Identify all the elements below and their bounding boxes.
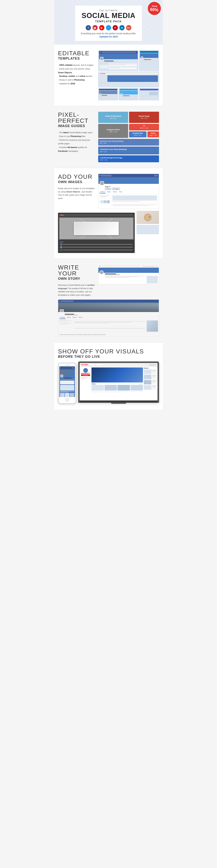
- write-left-col: WRITE YOUR OWN STORY Planning a Social M…: [58, 265, 96, 299]
- yt-related-item: [144, 385, 157, 390]
- guides-title-light: PIXEL-PERFECT: [58, 112, 96, 124]
- devices-display: f Pogo: [58, 362, 159, 404]
- hero-updated: Updated for 2018: [81, 35, 136, 38]
- li-template-screen: [139, 50, 159, 71]
- ps-dot-red: [60, 215, 61, 216]
- write-title-bold: OWN STORY: [58, 277, 96, 281]
- hero-description: Everything you need for the perfect soci…: [81, 32, 136, 35]
- yt-right-sidebar: Related: [144, 368, 157, 393]
- ps-canvas: [59, 217, 134, 240]
- food-image-preview: [137, 211, 159, 224]
- editable-right-col: f: [98, 50, 159, 100]
- yt-related-item: [144, 375, 157, 379]
- guide-fb-cover-desktop: Facebook Cover Photo (Desktop) 851 × 315: [98, 139, 159, 146]
- yt-featured-area: [92, 368, 143, 382]
- guide-shared-image: Shared Image 484 × 252: [129, 112, 159, 123]
- write-story-section: WRITE YOUR OWN STORY Planning a Social M…: [54, 259, 163, 343]
- add-images-left-col: ADD YOUR OWN IMAGES Easily add your imag…: [58, 174, 96, 202]
- yt-main-content: Videos Sort by ▾: [92, 368, 143, 393]
- feature-item: Easily add your own photos using Smart O…: [58, 67, 96, 74]
- fb-post-box-2: [111, 204, 158, 207]
- phone-display: f Pogo: [59, 366, 75, 397]
- google-plus-icon: G+: [126, 25, 131, 30]
- photoshop-window: Layers: [58, 213, 135, 253]
- guide-twitter-profile: Twitter Profile Photo 400 × 400: [98, 112, 128, 123]
- fb-cover-photo: [98, 177, 159, 184]
- editable-title-light: EDITABLE: [58, 50, 96, 56]
- fb-info-box: [99, 194, 111, 198]
- ps-dot-yellow: [61, 215, 63, 216]
- editable-templates-section: EDITABLE TEMPLATES 100% editable layouts…: [54, 44, 163, 106]
- phone-device: f Pogo: [58, 363, 76, 404]
- add-images-right-col: f Pogo ® Follow Message: [98, 174, 159, 210]
- youtube-icon: ▶: [99, 25, 104, 30]
- showoff-subtitle: BEFORE THEY GO LIVE: [58, 355, 159, 359]
- guide-fb-cover: Facebook Cover Photo (Desktop) 820 × 315: [98, 147, 159, 154]
- guides-left-col: PIXEL-PERFECT IMAGE GUIDES The latest So…: [58, 112, 96, 153]
- hero-content-box: THE ULTIMATE SOCIAL MEDIA TEMPLATE PACK …: [75, 6, 142, 41]
- yt-thumbnail: [117, 385, 130, 391]
- fb-mobile-screen: [98, 88, 118, 100]
- add-images-section: ADD YOUR OWN IMAGES Easily add your imag…: [54, 168, 163, 258]
- phone-speaker: [65, 365, 70, 365]
- feature-item: Updated for 2018: [58, 82, 96, 86]
- editable-features-list: 100% editable layouts, text & images Eas…: [58, 63, 96, 86]
- fb-right-col: [111, 194, 158, 208]
- facebook-icon: f: [86, 25, 91, 30]
- laptop-body: YouTube Brand Admin ▾: [78, 362, 159, 403]
- laptop-device: YouTube Brand Admin ▾: [78, 362, 159, 404]
- yt-related-item: [144, 380, 157, 384]
- ig-template-screen: [139, 88, 159, 100]
- social-icons-row: f ◉ ▶ 🐦 P in G+: [81, 25, 136, 30]
- ps-dot-green: [63, 215, 64, 216]
- write-right-col: in Home Profile Connections Jobs: [98, 265, 159, 285]
- guide-feature-item: Includes Ad banner guides for Facebook c…: [58, 146, 96, 153]
- write-description: Planning a Social Media post in another …: [58, 283, 96, 297]
- yt-thumbnail: [105, 385, 117, 391]
- li-body: [98, 273, 159, 284]
- editable-title-bold: TEMPLATES: [58, 57, 96, 61]
- fb-photos-box: [99, 199, 111, 204]
- ps-layer: [60, 249, 133, 251]
- pinterest-icon: P: [113, 25, 118, 30]
- yt-thumbnail: [131, 385, 143, 391]
- hero-subtitle: TEMPLATE PACK: [81, 20, 136, 23]
- guide-desktop-mac: Desktop Mac 3000 × 410: [129, 131, 146, 137]
- ps-layer: [60, 246, 133, 248]
- add-images-description: Easily add your images to our templates …: [58, 187, 96, 200]
- guides-right-col: Twitter Profile Photo 400 × 400 Shared I…: [98, 112, 159, 162]
- template-screens-grid: f: [98, 50, 159, 100]
- guide-feature-item: Perfect for business and personal profil…: [58, 138, 96, 146]
- hero-section: SAVE 60% THE ULTIMATE SOCIAL MEDIA TEMPL…: [54, 0, 163, 44]
- fb-body: [98, 193, 159, 209]
- li-cover-photo: [98, 268, 159, 273]
- fb-template-screen: f: [98, 50, 138, 71]
- twitter-icon: 🐦: [106, 25, 111, 30]
- twitter-template-screen: [119, 88, 139, 100]
- fb-mock-preview: f Pogo ® Follow Message: [98, 174, 159, 209]
- guide-linkedin-bg: LinkedIn Background Image 1400 × 425: [98, 155, 159, 162]
- paper-image-preview: [137, 225, 159, 234]
- yt-template-screen: YouTube: [98, 71, 159, 87]
- showoff-section: SHOW OFF YOUR VISUALS BEFORE THEY GO LIV…: [54, 343, 163, 409]
- editable-left-col: EDITABLE TEMPLATES 100% editable layouts…: [58, 50, 96, 86]
- guide-name: Name 1665 × 422: [147, 131, 159, 137]
- yt-thumb-grid: [92, 385, 143, 391]
- guides-features-list: The latest Social Media image sizes Easy…: [58, 131, 96, 153]
- photoshop-workspace: Layers: [58, 211, 159, 253]
- yt-body: Subscribe: [80, 367, 157, 393]
- yt-thumbnail: [92, 385, 104, 391]
- add-images-title-light: ADD YOUR: [58, 174, 96, 180]
- ps-layers-panel: Layers: [59, 241, 134, 252]
- laptop-chin: [80, 400, 157, 403]
- phone-home-button[interactable]: [65, 398, 69, 402]
- fb-nav: f: [98, 174, 159, 177]
- guide-instagram-photo: Instagram Photo 1080 × 1080: [98, 124, 128, 138]
- laptop-display: YouTube Brand Admin ▾: [80, 363, 157, 400]
- fb-left-col: [99, 194, 111, 208]
- phone-body: f Pogo: [58, 363, 76, 404]
- hero-title: SOCIAL MEDIA: [81, 12, 136, 19]
- ps-toolbar: [59, 214, 134, 217]
- yt-nav-bar: YouTube Brand Admin ▾: [80, 363, 157, 367]
- linkedin-icon: in: [119, 25, 124, 30]
